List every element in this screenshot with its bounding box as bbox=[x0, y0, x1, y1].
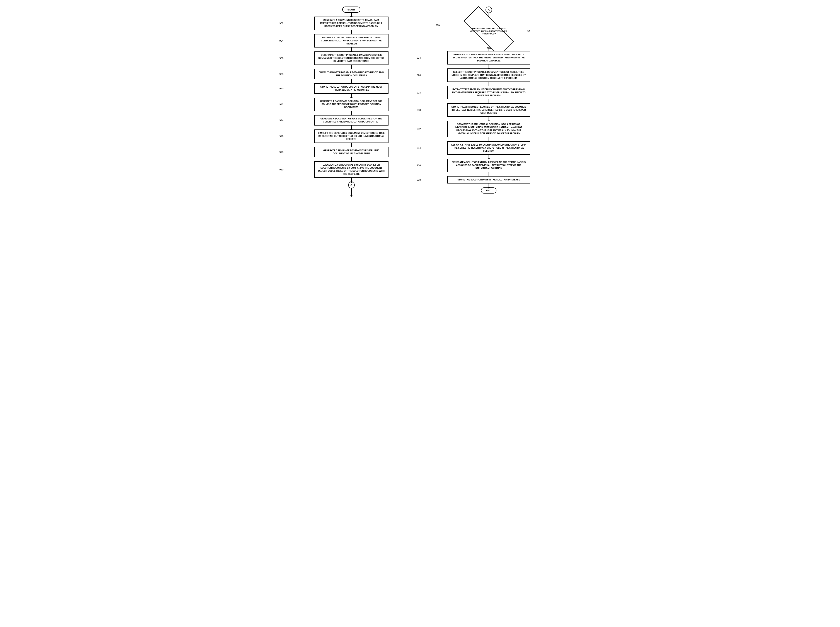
step-row-916: 916 SIMPLIFY THE GENERATED DOCUMENT OBJE… bbox=[289, 129, 414, 143]
step-row-912: 912 GENERATE A CANDIDATE SOLUTION DOCUME… bbox=[289, 98, 414, 111]
diamond-text-922: STRUCTURAL SIMILARITY SCORE GREATER THAN… bbox=[469, 27, 508, 35]
r-arrow-4 bbox=[489, 82, 489, 86]
step-rect-926: SELECT THE MOST PROBABLE DOCUMENT OBJECT… bbox=[448, 68, 530, 82]
step-rect-924: STORE SOLUTION DOCUMENTS WITH A STRUCTUR… bbox=[448, 51, 530, 65]
step-row-904: 904 RETRIEVE A LIST OF CANDIDATE DATA RE… bbox=[289, 34, 414, 47]
step-num-910: 910 bbox=[279, 87, 284, 90]
step-num-930: 930 bbox=[417, 109, 421, 111]
arrow-5 bbox=[351, 79, 351, 83]
step-rect-918: GENERATE A TEMPLATE BASED ON THE SIMPLIF… bbox=[314, 147, 389, 158]
step-num-926: 926 bbox=[417, 74, 421, 77]
arrow-10 bbox=[351, 158, 351, 161]
tail-arrowhead bbox=[350, 195, 353, 197]
step-rect-912: GENERATE A CANDIDATE SOLUTION DOCUMENT S… bbox=[314, 98, 389, 111]
page: START 902 GENERATE A CRAWLING REQUEST TO… bbox=[289, 6, 551, 197]
step-num-934: 934 bbox=[417, 147, 421, 149]
step-row-928: 928 EXTRACT TEXT FROM SOLUTION DOCUMENTS… bbox=[427, 86, 551, 99]
right-flowchart: A 922 STRUCTURAL SIMILARITY SCORE GREATE… bbox=[427, 6, 551, 194]
diamond-922: STRUCTURAL SIMILARITY SCORE GREATER THAN… bbox=[456, 17, 522, 45]
left-flowchart: START 902 GENERATE A CRAWLING REQUEST TO… bbox=[289, 6, 414, 197]
step-num-924: 924 bbox=[417, 57, 421, 59]
r-arrow-6 bbox=[489, 117, 489, 121]
step-row-938: 938 STORE THE SOLUTION PATH IN THE SOLUT… bbox=[427, 176, 551, 183]
arrow-9 bbox=[351, 143, 351, 147]
arrow-4 bbox=[351, 65, 351, 69]
step-num-922: 922 bbox=[437, 24, 440, 26]
step-num-914: 914 bbox=[279, 119, 284, 121]
step-num-916: 916 bbox=[279, 135, 284, 137]
step-num-932: 932 bbox=[417, 128, 421, 130]
step-row-906: 906 DETERMINE THE MOST PROBABLE DATA REP… bbox=[289, 52, 414, 65]
step-rect-928: EXTRACT TEXT FROM SOLUTION DOCUMENTS THA… bbox=[448, 86, 530, 99]
arrow-6 bbox=[351, 94, 351, 98]
r-arrow-3 bbox=[489, 65, 489, 68]
step-rect-908: CRAWL THE MOST PROBABLE DATA REPOSITORIE… bbox=[314, 69, 389, 79]
step-rect-910: STORE THE SOLUTION DOCUMENTS FOUND IN TH… bbox=[314, 83, 389, 94]
step-num-906: 906 bbox=[279, 57, 284, 60]
step-num-908: 908 bbox=[279, 73, 284, 76]
arrow-3 bbox=[351, 47, 351, 52]
step-num-938: 938 bbox=[417, 178, 421, 181]
start-oval: START bbox=[342, 6, 361, 13]
step-num-936: 936 bbox=[417, 164, 421, 167]
step-row-914: 914 GENERATE A DOCUMENT OBJECT MODEL TRE… bbox=[289, 115, 414, 126]
step-row-934: 934 ASSIGN A STATUS LABEL TO EACH INDIVI… bbox=[427, 141, 551, 155]
no-label: NO bbox=[527, 30, 530, 33]
step-row-936: 936 GENERATE A SOLUTION PATH BY ASSEMBLI… bbox=[427, 159, 551, 172]
step-rect-936: GENERATE A SOLUTION PATH BY ASSEMBLING T… bbox=[448, 159, 530, 172]
step-rect-932: SEGMENT THE STRUCTURAL SOLUTION INTO A S… bbox=[448, 121, 530, 137]
step-rect-914: GENERATE A DOCUMENT OBJECT MODEL TREE FO… bbox=[314, 115, 389, 126]
step-rect-904: RETRIEVE A LIST OF CANDIDATE DATA REPOSI… bbox=[314, 34, 389, 47]
step-rect-902: GENERATE A CRAWLING REQUEST TO CRAWL DAT… bbox=[314, 17, 389, 30]
step-row-920: 920 CALCULATE A STRUCTURAL SIMILARITY SC… bbox=[289, 161, 414, 178]
step-num-912: 912 bbox=[279, 103, 284, 106]
tail-arrow bbox=[351, 192, 351, 195]
step-row-908: 908 CRAWL THE MOST PROBABLE DATA REPOSIT… bbox=[289, 69, 414, 79]
step-rect-938: STORE THE SOLUTION PATH IN THE SOLUTION … bbox=[448, 176, 530, 183]
step-row-926: 926 SELECT THE MOST PROBABLE DOCUMENT OB… bbox=[427, 68, 551, 82]
arrow-8 bbox=[351, 126, 351, 129]
r-arrow-10 bbox=[489, 183, 489, 187]
r-arrow-8 bbox=[489, 155, 489, 159]
step-rect-934: ASSIGN A STATUS LABEL TO EACH INDIVIDUAL… bbox=[448, 141, 530, 155]
step-row-924: 924 STORE SOLUTION DOCUMENTS WITH A STRU… bbox=[427, 51, 551, 65]
arrow-1 bbox=[351, 13, 351, 17]
step-num-920: 920 bbox=[279, 168, 284, 171]
r-arrow-7 bbox=[489, 137, 489, 141]
diamond-wrapper-922: 922 STRUCTURAL SIMILARITY SCORE GREATER … bbox=[427, 17, 551, 45]
step-rect-906: DETERMINE THE MOST PROBABLE DATA REPOSIT… bbox=[314, 52, 389, 65]
step-row-932: 932 SEGMENT THE STRUCTURAL SOLUTION INTO… bbox=[427, 121, 551, 137]
step-rect-930: STORE THE ATTRIBUTES REQUIRED BY THE STR… bbox=[448, 103, 530, 117]
step-row-930: 930 STORE THE ATTRIBUTES REQUIRED BY THE… bbox=[427, 103, 551, 117]
connector-a-right: A bbox=[485, 6, 492, 13]
arrow-7 bbox=[351, 111, 351, 115]
r-arrow-5 bbox=[489, 99, 489, 103]
step-num-928: 928 bbox=[417, 91, 421, 94]
step-rect-916: SIMPLIFY THE GENERATED DOCUMENT OBJECT M… bbox=[314, 129, 389, 143]
r-arrow-9 bbox=[489, 172, 489, 176]
step-rect-920: CALCULATE A STRUCTURAL SIMILARITY SCORE … bbox=[314, 161, 389, 178]
arrow-2 bbox=[351, 30, 351, 34]
step-row-910: 910 STORE THE SOLUTION DOCUMENTS FOUND I… bbox=[289, 83, 414, 94]
step-row-902: 902 GENERATE A CRAWLING REQUEST TO CRAWL… bbox=[289, 17, 414, 30]
step-row-918: 918 GENERATE A TEMPLATE BASED ON THE SIM… bbox=[289, 147, 414, 158]
step-num-904: 904 bbox=[279, 39, 284, 42]
step-num-918: 918 bbox=[279, 151, 284, 153]
step-num-902: 902 bbox=[279, 22, 284, 25]
arrow-11 bbox=[351, 178, 351, 182]
r-arrow-2 bbox=[489, 47, 489, 51]
arrow-bottom bbox=[351, 188, 351, 192]
